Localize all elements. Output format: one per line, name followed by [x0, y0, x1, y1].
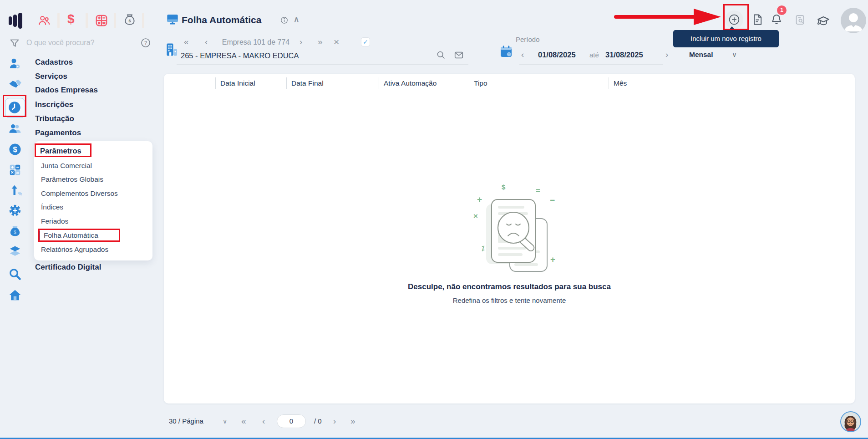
- submenu-item-parametros-globais[interactable]: Parâmetros Globais: [41, 174, 103, 185]
- pagination-total-pages: / 0: [314, 414, 322, 428]
- empty-results-illustration: $ = + − × ⁒ +: [465, 178, 569, 277]
- pagination-prev-button[interactable]: ‹: [262, 414, 265, 428]
- period-prev-button[interactable]: ‹: [521, 49, 524, 60]
- calendar-icon: [499, 44, 513, 61]
- graduation-cap-icon[interactable]: [817, 14, 830, 30]
- svg-text:+: +: [477, 194, 482, 204]
- column-header-ativa-automacao[interactable]: Ativa Automação: [379, 77, 469, 89]
- active-module-clock-icon[interactable]: [5, 98, 25, 118]
- period-start-date[interactable]: 01/08/2025: [538, 49, 576, 60]
- sidebar-item-tributacao[interactable]: Tributação: [35, 113, 74, 125]
- handshake-icon[interactable]: [8, 77, 22, 91]
- gear-plus-icon[interactable]: [8, 204, 22, 217]
- empty-state-subtitle: Redefina os filtros e tente novamente: [164, 296, 855, 304]
- page-size-select[interactable]: 30 / Página: [169, 414, 203, 428]
- info-icon[interactable]: [280, 16, 288, 26]
- period-separator: até: [589, 50, 599, 61]
- company-clear-button[interactable]: ×: [334, 36, 339, 47]
- svg-text:+: +: [550, 255, 555, 264]
- growth-arrow-icon[interactable]: %: [8, 184, 22, 197]
- sidebar-item-inscricoes[interactable]: Inscrições: [35, 99, 73, 111]
- pagination-first-button[interactable]: «: [241, 414, 246, 428]
- money-bag-icon[interactable]: $: [123, 13, 137, 28]
- collapse-header-chevron[interactable]: ∧: [294, 15, 299, 24]
- document-icon[interactable]: [751, 13, 764, 28]
- pagination-next-button[interactable]: ›: [333, 414, 336, 428]
- sidebar-item-dados-empresas[interactable]: Dados Empresas: [35, 84, 98, 96]
- divider: [142, 13, 144, 28]
- column-header-data-final[interactable]: Data Final: [286, 77, 379, 89]
- company-first-button[interactable]: «: [184, 36, 189, 47]
- help-icon[interactable]: ?: [140, 37, 151, 50]
- employees-icon[interactable]: [8, 122, 22, 136]
- company-name[interactable]: 265 - EMPRESA - MAKRO EDUCA: [181, 50, 299, 61]
- pagination-last-button[interactable]: »: [350, 414, 355, 428]
- svg-text:−: −: [550, 195, 555, 205]
- filter-icon[interactable]: [9, 38, 20, 51]
- sidebar-item-parametros[interactable]: Parâmetros: [40, 145, 81, 157]
- calculator-icon[interactable]: [95, 14, 108, 29]
- svg-text:$: $: [13, 145, 17, 153]
- home-icon[interactable]: [8, 288, 22, 302]
- company-counter: Empresa 101 de 774: [216, 37, 296, 48]
- submenu-item-folha-automatica[interactable]: Folha Automática: [44, 230, 98, 241]
- search-module-icon[interactable]: [8, 267, 22, 281]
- sidebar-item-servicos[interactable]: Serviços: [35, 71, 67, 82]
- mail-icon[interactable]: [454, 50, 464, 62]
- divider: [86, 13, 88, 28]
- money-bag-blue-icon[interactable]: $: [8, 225, 22, 238]
- search-input[interactable]: [26, 36, 129, 49]
- company-next-button[interactable]: ›: [299, 36, 302, 47]
- company-last-button[interactable]: »: [318, 36, 323, 47]
- divider: [57, 13, 60, 28]
- company-filter-checkbox[interactable]: ✓: [361, 37, 370, 46]
- divider: [177, 64, 468, 65]
- submenu-item-feriados[interactable]: Feriados: [41, 216, 68, 227]
- svg-text:⁒: ⁒: [482, 245, 485, 252]
- period-next-button[interactable]: ›: [665, 49, 668, 60]
- annotation-arrow-shaft: [614, 15, 696, 19]
- period-end-date[interactable]: 31/08/2025: [605, 49, 643, 60]
- submenu-item-junta-comercial[interactable]: Junta Comercial: [41, 160, 92, 171]
- column-header-data-inicial[interactable]: Data Inicial: [215, 77, 286, 89]
- period-mode-chevron-icon[interactable]: ∨: [732, 49, 737, 60]
- svg-text:$: $: [502, 183, 506, 191]
- layers-icon[interactable]: [8, 245, 22, 259]
- building-icon: [164, 42, 179, 59]
- document-search-icon[interactable]: [794, 14, 806, 28]
- support-avatar[interactable]: [840, 411, 861, 432]
- pagination-page-input[interactable]: 0: [277, 414, 306, 428]
- clients-icon[interactable]: [37, 14, 51, 29]
- company-prev-button[interactable]: ‹: [205, 36, 208, 47]
- column-header-tipo[interactable]: Tipo: [469, 77, 609, 89]
- app-screen: $ $ ?: [0, 0, 868, 439]
- submenu-item-relatorios-agrupados[interactable]: Relatórios Agrupados: [41, 244, 108, 255]
- dollar-circle-icon[interactable]: $: [8, 143, 22, 156]
- svg-text:$: $: [14, 230, 16, 235]
- submenu-item-indices[interactable]: Índices: [41, 202, 63, 213]
- svg-text:×: ×: [473, 212, 478, 220]
- user-avatar[interactable]: [841, 8, 866, 33]
- sidebar-item-certificado-digital[interactable]: Certificado Digital: [35, 261, 101, 273]
- divider: [519, 64, 663, 65]
- results-card: Data Inicial Data Final Ativa Automação …: [164, 74, 855, 403]
- column-header-mes[interactable]: Mês: [609, 77, 745, 89]
- company-search-icon[interactable]: [436, 50, 446, 61]
- svg-text:?: ?: [144, 40, 147, 46]
- user-settings-icon[interactable]: [8, 57, 22, 71]
- submenu-item-complementos-diversos[interactable]: Complementos Diversos: [41, 188, 118, 199]
- calc-module-icon[interactable]: [8, 163, 22, 177]
- active-item-indicator: [38, 230, 40, 240]
- svg-text:$: $: [128, 19, 131, 23]
- page-title: Folha Automática: [182, 14, 261, 26]
- notifications-bell-icon[interactable]: [770, 13, 783, 28]
- empty-state-title: Desculpe, não encontramos resultados par…: [164, 282, 855, 291]
- sidebar-item-pagamentos[interactable]: Pagamentos: [35, 127, 81, 139]
- svg-text:%: %: [18, 191, 22, 196]
- sidebar-item-cadastros[interactable]: Cadastros: [35, 56, 73, 68]
- period-mode-select[interactable]: Mensal: [689, 49, 713, 60]
- add-record-button[interactable]: [725, 10, 743, 29]
- page-size-chevron-icon[interactable]: ∨: [223, 414, 227, 428]
- add-record-tooltip: Incluir um novo registro: [673, 30, 779, 47]
- finance-icon[interactable]: $: [67, 12, 75, 26]
